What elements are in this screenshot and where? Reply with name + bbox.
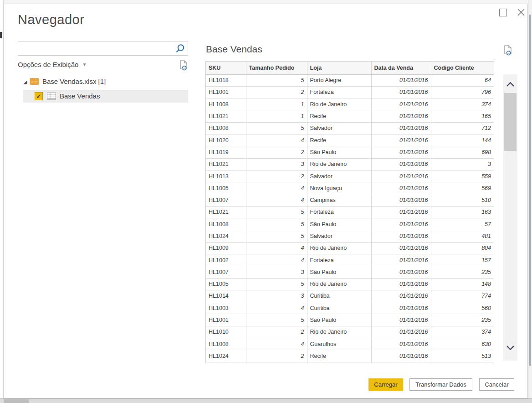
table-cell: HL1018 xyxy=(206,74,246,86)
table-cell: 01/01/2016 xyxy=(371,314,431,326)
table-cell: 235 xyxy=(431,314,494,326)
table-row: HL10054Nova Iguaçu01/01/2016569 xyxy=(206,182,494,194)
table-cell xyxy=(431,362,494,363)
table-cell: 5 xyxy=(246,278,307,290)
load-button[interactable]: Carregar xyxy=(368,378,403,391)
refresh-preview-icon[interactable] xyxy=(503,45,513,57)
checkbox-checked[interactable]: ✓ xyxy=(35,92,43,100)
table-cell: HL1009 xyxy=(206,242,246,254)
table-cell: HL1008 xyxy=(206,218,246,230)
table-cell: 796 xyxy=(431,86,494,98)
preview-table: SKUTamanho PedidoLojaData da VendaCódigo… xyxy=(206,62,494,363)
table-cell: 01/01/2016 xyxy=(371,254,431,266)
table-cell: Fortaleza xyxy=(307,86,371,98)
tree-item-workbook[interactable]: Base Vendas.xlsx [1] xyxy=(4,76,191,88)
close-button[interactable] xyxy=(516,7,526,17)
display-options-dropdown[interactable]: Opções de Exibição xyxy=(18,61,78,68)
table-cell: 2 xyxy=(246,86,307,98)
dialog-title: Navegador xyxy=(18,12,84,27)
scroll-down-icon[interactable] xyxy=(506,344,515,352)
table-cell: HL1002 xyxy=(206,254,246,266)
table-cell: 4 xyxy=(246,194,307,206)
table-cell: Nova Iguaçu xyxy=(307,182,371,194)
tree-item-base-vendas[interactable]: ✓ Base Vendas xyxy=(23,90,188,103)
table-cell: 4 xyxy=(246,134,307,146)
search-input[interactable] xyxy=(21,43,174,54)
search-icon[interactable] xyxy=(174,43,185,54)
refresh-icon[interactable] xyxy=(179,60,189,72)
navigator-tree: Base Vendas.xlsx [1] ✓ Base Vendas xyxy=(4,76,191,103)
table-cell: 3 xyxy=(246,158,307,170)
table-cell: Rio de Janeiro xyxy=(307,326,371,338)
table-cell: 374 xyxy=(431,326,494,338)
table-column-header: Loja xyxy=(307,62,371,74)
table-cell xyxy=(307,362,371,363)
table-row: HL10085São Paulo01/01/201657 xyxy=(206,218,494,230)
table-cell: 01/01/2016 xyxy=(371,230,431,242)
table-cell: 4 xyxy=(246,242,307,254)
table-cell: 560 xyxy=(431,302,494,314)
scroll-up-icon[interactable] xyxy=(506,81,515,89)
table-cell: 01/01/2016 xyxy=(371,206,431,218)
table-cell: 5 xyxy=(246,122,307,134)
preview-scrollbar[interactable] xyxy=(503,74,517,361)
table-cell: 01/01/2016 xyxy=(371,218,431,230)
table-row: HL10102Rio de Janeiro01/01/2016374 xyxy=(206,326,494,338)
table-cell: HL1003 xyxy=(206,302,246,314)
table-cell: 01/01/2016 xyxy=(371,290,431,302)
table-row: HL10085Salvador01/01/2016712 xyxy=(206,122,494,134)
table-cell: São Paulo xyxy=(307,314,371,326)
table-cell: 01/01/2016 xyxy=(371,302,431,314)
table-column-header: Código Cliente xyxy=(431,62,494,74)
table-cell: Recife xyxy=(307,110,371,122)
tree-expander-icon[interactable] xyxy=(23,80,27,84)
table-cell xyxy=(206,362,246,363)
table-cell: HL1007 xyxy=(206,266,246,278)
table-cell: 01/01/2016 xyxy=(371,134,431,146)
table-column-header: Tamanho Pedido xyxy=(246,62,307,74)
table-cell: Salvador xyxy=(307,170,371,182)
background-window-mark xyxy=(0,32,2,38)
transform-data-button[interactable]: Transformar Dados xyxy=(409,378,472,391)
table-cell: 4 xyxy=(246,254,307,266)
table-cell: 163 xyxy=(431,206,494,218)
table-cell: 5 xyxy=(246,230,307,242)
scrollbar-thumb[interactable] xyxy=(504,93,517,151)
table-cell: 5 xyxy=(246,314,307,326)
table-cell: 3 xyxy=(246,266,307,278)
table-cell: 5 xyxy=(246,218,307,230)
table-cell: Rio de Janeiro xyxy=(307,278,371,290)
table-row: HL10015São Paulo01/01/2016235 xyxy=(206,314,494,326)
table-cell: Campinas xyxy=(307,194,371,206)
table-cell: 513 xyxy=(431,350,494,362)
table-cell: 569 xyxy=(431,182,494,194)
table-cell: São Paulo xyxy=(307,218,371,230)
table-row: HL10215Fortaleza01/01/2016163 xyxy=(206,206,494,218)
table-column-header: Data da Venda xyxy=(371,62,431,74)
table-row: HL10143Curitiba01/01/2016774 xyxy=(206,290,494,302)
table-cell: Recife xyxy=(307,134,371,146)
table-cell: 2 xyxy=(246,146,307,158)
table-cell: HL1024 xyxy=(206,230,246,242)
table-cell: HL1005 xyxy=(206,182,246,194)
table-cell: Rio de Janeiro xyxy=(307,242,371,254)
table-cell: 01/01/2016 xyxy=(371,86,431,98)
tree-item-base-vendas-label: Base Vendas xyxy=(60,92,100,100)
table-cell: 01/01/2016 xyxy=(371,350,431,362)
table-cell: 2 xyxy=(246,350,307,362)
table-cell: Recife xyxy=(307,350,371,362)
maximize-button[interactable] xyxy=(499,9,507,16)
table-cell: 1 xyxy=(246,98,307,110)
screen: Navegador Opções de Exibição▼ xyxy=(0,0,532,403)
table-cell: Fortaleza xyxy=(307,206,371,218)
table-cell: 3 xyxy=(431,158,494,170)
table-row: HL10094Rio de Janeiro01/01/2016804 xyxy=(206,242,494,254)
table-cell: São Paulo xyxy=(307,146,371,158)
cancel-button[interactable]: Cancelar xyxy=(479,378,514,391)
table-cell: Salvador xyxy=(307,230,371,242)
table-cell: 01/01/2016 xyxy=(371,278,431,290)
table-cell: 510 xyxy=(431,194,494,206)
table-cell: 165 xyxy=(431,110,494,122)
table-cell: 712 xyxy=(431,122,494,134)
table-row: HL10034Curitiba01/01/2016560 xyxy=(206,302,494,314)
